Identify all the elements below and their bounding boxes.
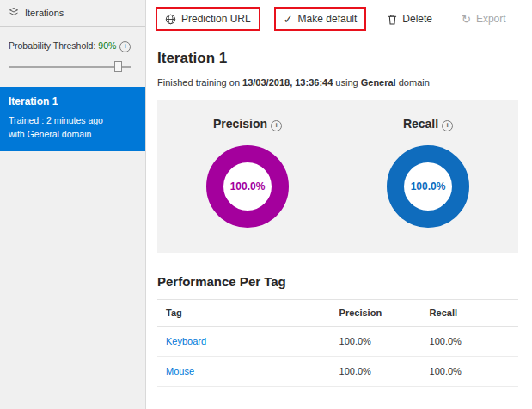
precision-cell: 100.0% (331, 326, 421, 356)
table-header-row: Tag Precision Recall (157, 299, 518, 326)
table-row: Keyboard 100.0% 100.0% (157, 326, 518, 356)
slider-track[interactable] (9, 66, 131, 68)
recall-chart: Recalli 100.0% (338, 117, 518, 228)
precision-cell: 100.0% (331, 356, 421, 386)
performance-per-tag-title: Performance Per Tag (157, 274, 518, 289)
col-header-precision: Precision (331, 299, 421, 326)
trash-icon (388, 14, 397, 25)
probability-threshold-section: Probability Threshold: 90%i (0, 27, 145, 73)
slider-handle[interactable] (114, 61, 122, 72)
training-info-using: using (335, 77, 358, 88)
recall-label: Recalli (338, 117, 518, 131)
recall-cell: 100.0% (421, 356, 518, 386)
make-default-label: Make default (298, 13, 358, 25)
tag-link-mouse[interactable]: Mouse (166, 366, 194, 376)
custom-vision-performance-page: Iterations Probability Threshold: 90%i I… (0, 0, 532, 409)
training-info-prefix: Finished training on (157, 77, 240, 88)
export-label: Export (476, 13, 506, 25)
export-icon: ↻ (462, 14, 471, 25)
prediction-url-label: Prediction URL (181, 13, 251, 25)
precision-value: 100.0% (230, 180, 266, 192)
iteration-content: Iteration 1 Finished training on 13/03/2… (147, 31, 532, 387)
delete-button[interactable]: Delete (380, 9, 440, 29)
check-icon: ✓ (284, 14, 293, 25)
precision-label: Precisioni (157, 117, 338, 131)
sidebar-title: Iterations (25, 8, 64, 18)
recall-donut: 100.0% (387, 145, 469, 228)
recall-value: 100.0% (411, 180, 446, 192)
delete-label: Delete (402, 13, 432, 25)
col-header-recall: Recall (421, 299, 518, 326)
probability-threshold-slider[interactable] (9, 61, 135, 73)
iterations-icon (9, 7, 19, 19)
threshold-label: Probability Threshold: (9, 40, 95, 51)
training-info: Finished training on 13/03/2018, 13:36:4… (157, 77, 518, 88)
info-icon[interactable]: i (442, 120, 453, 131)
sidebar-header: Iterations (0, 0, 145, 27)
training-domain: General (361, 77, 396, 88)
iteration-trained-line: Trained : 2 minutes ago (9, 113, 137, 127)
tag-link-keyboard[interactable]: Keyboard (166, 336, 206, 346)
table-row: Mouse 100.0% 100.0% (157, 356, 518, 386)
export-button[interactable]: ↻ Export (454, 9, 514, 29)
iteration-name: Iteration 1 (9, 95, 137, 107)
metrics-panel: Precisioni 100.0% Recalli 100.0% (157, 100, 518, 253)
training-datetime: 13/03/2018, 13:36:44 (242, 77, 333, 88)
sidebar-item-iteration-1[interactable]: Iteration 1 Trained : 2 minutes ago with… (0, 87, 145, 152)
globe-icon (165, 14, 176, 25)
iterations-sidebar: Iterations Probability Threshold: 90%i I… (0, 0, 146, 409)
recall-label-text: Recall (403, 117, 438, 131)
precision-label-text: Precision (213, 117, 267, 131)
toolbar: Prediction URL ✓ Make default Delete ↻ (147, 0, 532, 31)
page-title: Iteration 1 (157, 50, 518, 67)
main-panel: Prediction URL ✓ Make default Delete ↻ (147, 0, 532, 409)
precision-chart: Precisioni 100.0% (157, 117, 338, 228)
col-header-tag: Tag (157, 299, 331, 326)
make-default-button[interactable]: ✓ Make default (274, 7, 367, 31)
training-info-suffix: domain (399, 77, 430, 88)
iteration-domain-line: with General domain (9, 127, 137, 141)
threshold-value: 90% (98, 40, 116, 51)
info-icon[interactable]: i (271, 120, 282, 131)
recall-cell: 100.0% (421, 326, 518, 356)
performance-table: Tag Precision Recall Keyboard 100.0% 100… (157, 299, 518, 387)
precision-donut: 100.0% (206, 145, 289, 228)
info-icon: i (119, 41, 131, 52)
prediction-url-button[interactable]: Prediction URL (156, 7, 260, 31)
